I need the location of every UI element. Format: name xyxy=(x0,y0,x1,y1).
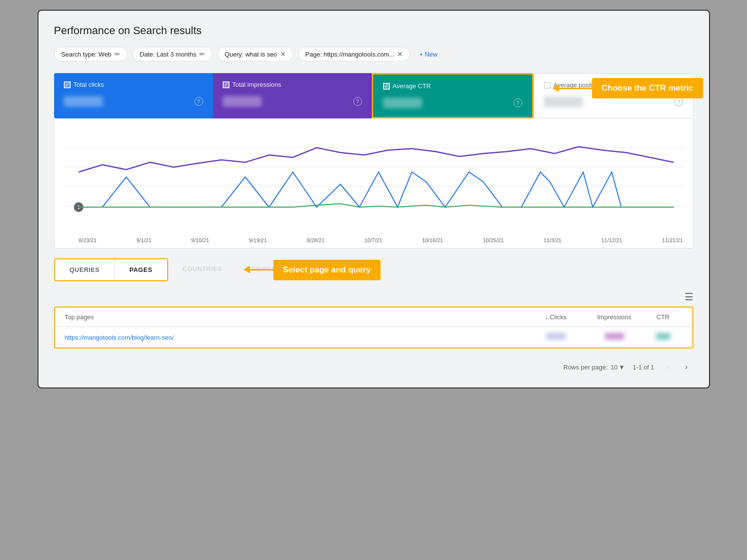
chart-svg: 1 xyxy=(64,128,683,235)
tabs-wrapper: QUERIES PAGES COUNTRIES DEVICES Select p… xyxy=(54,258,693,281)
tab-queries[interactable]: QUERIES xyxy=(55,259,115,280)
table-header-row: Top pages ↓ Clicks Impressions CTR xyxy=(55,308,692,327)
rows-per-page: Rows per page: 10 ▼ xyxy=(563,364,625,371)
table-col-clicks[interactable]: ↓ Clicks xyxy=(527,313,585,321)
metric-label-total-impressions: Total impressions xyxy=(232,81,281,88)
filter-chip-label: Date: Last 3 months xyxy=(140,51,196,58)
metric-checkbox-total-impressions[interactable] xyxy=(223,81,230,88)
rows-per-page-label: Rows per page: xyxy=(563,364,608,371)
metric-checkbox-average-ctr[interactable] xyxy=(383,83,390,90)
table-cell-ctr xyxy=(644,333,683,342)
x-label: 11/12/21 xyxy=(601,237,622,243)
metrics-row: Total clicks ? Total impressions xyxy=(54,73,693,118)
filter-chip-label: Search type: Web xyxy=(61,51,112,58)
table-col-ctr[interactable]: CTR xyxy=(644,313,683,321)
help-icon-total-clicks[interactable]: ? xyxy=(194,97,203,106)
pagination-row: Rows per page: 10 ▼ 1-1 of 1 ‹ › xyxy=(54,356,693,376)
x-label: 10/7/21 xyxy=(364,237,383,243)
rows-per-page-select[interactable]: 10 ▼ xyxy=(611,364,625,371)
help-icon-average-ctr[interactable]: ? xyxy=(514,98,522,107)
x-label: 9/19/21 xyxy=(249,237,267,243)
x-label: 10/25/21 xyxy=(483,237,504,243)
help-icon-average-position[interactable]: ? xyxy=(674,97,683,106)
chevron-down-icon: ▼ xyxy=(619,364,625,371)
x-label: 11/3/21 xyxy=(544,237,562,243)
table-col-impressions[interactable]: Impressions xyxy=(585,313,644,321)
x-label: 10/16/21 xyxy=(422,237,443,243)
table-cell-impressions xyxy=(585,333,644,342)
blurred-clicks-value xyxy=(546,333,566,340)
metric-card-average-position[interactable]: Average position ? xyxy=(534,73,693,118)
sort-arrow-down: ↓ xyxy=(545,314,548,321)
tabs-group: QUERIES PAGES xyxy=(54,258,168,281)
blurred-impressions-value xyxy=(605,333,624,340)
filter-chip-label: Query: what is seo xyxy=(225,51,277,58)
blurred-ctr-value xyxy=(656,333,670,340)
chart-container: 1 8/23/21 9/1/21 9/10/21 9/19/21 9/28/21… xyxy=(54,118,693,249)
table-cell-clicks xyxy=(527,333,585,342)
x-label: 8/23/21 xyxy=(79,237,97,243)
tabs-section: QUERIES PAGES COUNTRIES DEVICES Select p… xyxy=(54,258,693,281)
prev-page-button[interactable]: ‹ xyxy=(662,360,676,374)
edit-icon[interactable]: ✏ xyxy=(115,50,120,58)
page-info: 1-1 of 1 xyxy=(632,364,654,371)
page-title: Performance on Search results xyxy=(54,24,693,37)
metric-value-average-position xyxy=(544,97,583,107)
table-cell-url[interactable]: https://mangotools.com/blog/learn-seo/ xyxy=(65,334,527,341)
metric-value-average-ctr xyxy=(383,97,422,108)
table-section: Top pages ↓ Clicks Impressions CTR https… xyxy=(54,307,693,348)
x-label: 11/21/21 xyxy=(662,237,683,243)
metric-checkbox-average-position[interactable] xyxy=(544,82,551,89)
metrics-annotation-wrapper: Total clicks ? Total impressions xyxy=(54,73,693,118)
close-icon[interactable]: ✕ xyxy=(280,50,286,58)
rows-per-page-value: 10 xyxy=(611,364,617,371)
metric-card-total-clicks[interactable]: Total clicks ? xyxy=(54,73,213,118)
filter-icon-row: ☰ xyxy=(54,289,693,307)
x-label: 9/28/21 xyxy=(306,237,325,243)
metric-value-total-impressions xyxy=(223,96,262,107)
metric-label-total-clicks: Total clicks xyxy=(74,81,104,88)
filter-bar: Search type: Web ✏ Date: Last 3 months ✏… xyxy=(54,47,693,61)
metric-value-total-clicks xyxy=(64,96,103,107)
filter-icon-button[interactable]: ☰ xyxy=(685,291,693,303)
filter-chip-page[interactable]: Page: https://mangotools.com... ✕ xyxy=(298,47,411,61)
filter-chip-date[interactable]: Date: Last 3 months ✏ xyxy=(133,47,212,61)
filter-chip-label: Page: https://mangotools.com... xyxy=(306,51,395,58)
chart-x-labels: 8/23/21 9/1/21 9/10/21 9/19/21 9/28/21 1… xyxy=(64,235,683,243)
edit-icon[interactable]: ✏ xyxy=(199,50,205,58)
metric-checkbox-total-clicks[interactable] xyxy=(64,81,71,88)
table-row: https://mangotools.com/blog/learn-seo/ xyxy=(55,327,692,348)
metric-label-average-ctr: Average CTR xyxy=(393,82,431,90)
x-label: 9/1/21 xyxy=(136,237,152,243)
close-icon[interactable]: ✕ xyxy=(397,50,403,58)
metric-card-total-impressions[interactable]: Total impressions ? xyxy=(213,73,372,118)
filter-icon: ☰ xyxy=(685,291,693,302)
tab-pages[interactable]: PAGES xyxy=(115,259,167,280)
page-nav: ‹ › xyxy=(662,360,693,374)
help-icon-total-impressions[interactable]: ? xyxy=(353,97,362,106)
filter-chip-query[interactable]: Query: what is seo ✕ xyxy=(217,47,293,61)
next-page-button[interactable]: › xyxy=(680,360,693,374)
x-label: 9/10/21 xyxy=(191,237,209,243)
tab-devices[interactable]: DEVICES xyxy=(237,258,296,281)
new-button[interactable]: + New xyxy=(415,48,441,61)
metric-label-average-position: Average position xyxy=(554,81,601,89)
table-col-top-pages: Top pages xyxy=(65,313,527,321)
filter-chip-search-type[interactable]: Search type: Web ✏ xyxy=(54,47,128,61)
tab-countries[interactable]: COUNTRIES xyxy=(168,258,237,281)
metric-card-average-ctr[interactable]: Average CTR ? xyxy=(372,73,534,118)
